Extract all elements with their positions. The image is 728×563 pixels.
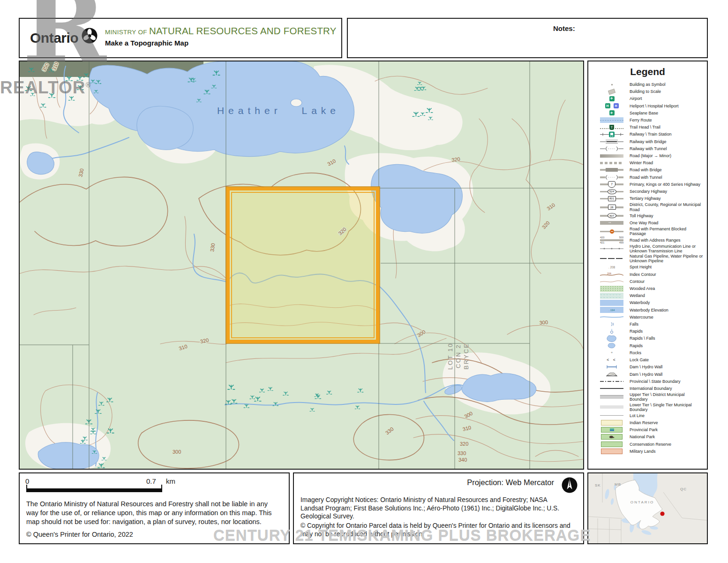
- legend-item-label: Trail Head \ Trail: [630, 125, 704, 129]
- footer-scale-box: 0 0.7 km The Ontario Ministry of Natural…: [19, 472, 290, 544]
- parcel-label-line: LOT 10: [447, 342, 454, 370]
- legend-item: International Boundary: [600, 385, 707, 392]
- legend-item: Wooded Area: [600, 285, 707, 292]
- hydro-legend-icon: [600, 245, 624, 252]
- legend-panel: Legend Building as SymbolBuilding to Sca…: [587, 61, 708, 470]
- topographic-map: 3503103303303103203203103203103203003003…: [20, 61, 583, 469]
- legend-item-label: Indian Reserve: [630, 420, 704, 425]
- legend-item: Military Lands: [600, 448, 707, 455]
- indian-legend-icon: [600, 419, 624, 426]
- legend-item-label: Wooded Area: [630, 286, 704, 291]
- legend-item-label: Primary, Kings or 400 Series Highway: [630, 182, 704, 187]
- dam2-legend-icon: [600, 371, 624, 378]
- spot-legend-icon: . 208: [600, 264, 624, 271]
- legend-item: Railway \ Train Station: [600, 131, 707, 137]
- road_bridge-legend-icon: [600, 167, 624, 173]
- legend-item: Rapids \ Falls: [600, 335, 707, 342]
- ministry-name: NATURAL RESOURCES AND FORESTRY: [149, 25, 337, 36]
- legend-item: Dam \ Hydro Wall: [600, 371, 707, 378]
- contour-elevation-label: 320: [460, 441, 468, 447]
- ontario-brand: Ontario: [30, 30, 98, 46]
- scale-start-label: 0: [25, 477, 29, 485]
- legend-item-label: Road with Address Ranges: [630, 238, 704, 243]
- legend-item-label: Contour: [630, 279, 704, 284]
- prov_park-legend-icon: [600, 426, 624, 433]
- legend-item: Winter Road: [600, 160, 707, 166]
- legend-item-label: Railway with Bridge: [630, 139, 704, 144]
- legend-item: Lot Line: [600, 412, 707, 419]
- legend-item-label: Hydro Line, Communication Line or Unknow…: [630, 244, 704, 253]
- contour-elevation-label: 300: [539, 319, 548, 326]
- legend-item: ✈Seaplane Base: [600, 110, 707, 116]
- legend-item: Contour: [600, 278, 707, 285]
- ministry-prefix: MINISTRY OF: [105, 29, 149, 36]
- legend-item: Indian Reserve: [600, 419, 707, 426]
- topographic-map-export-page: { "header": { "brand": "Ontario", "minis…: [0, 0, 728, 563]
- legend-item-label: Road (Major → Minor): [630, 153, 704, 158]
- legend-item-label: Dam \ Hydro Wall: [630, 372, 704, 377]
- legend-item-label: Conservation Reserve: [630, 442, 704, 447]
- road_mm-legend-icon: [600, 152, 624, 159]
- legend-item: HHHeliport \ Hospital Heliport: [600, 103, 707, 109]
- legend-item: National Park: [600, 434, 707, 440]
- rail_bridge-legend-icon: [600, 138, 624, 145]
- legend-item: TTrail Head \ Trail: [600, 124, 707, 130]
- legend-item-label: District, County, Regional or Municipal …: [630, 202, 704, 212]
- cons_res-legend-icon: [600, 441, 624, 448]
- rail_station-legend-icon: [600, 131, 624, 137]
- legend-item: Upper Tier \ District Municipal Boundary: [600, 392, 707, 402]
- trail-legend-icon: T: [600, 124, 624, 130]
- inset-mb-label: MB: [615, 482, 621, 487]
- legend-item-label: Lock Gate: [630, 358, 704, 362]
- rapids2-legend-icon: [600, 342, 624, 349]
- legend-item-label: Secondary Highway: [630, 189, 704, 194]
- legend-item: Rapids: [600, 342, 707, 349]
- legend-item: Road with Permanent Blocked Passage: [600, 227, 707, 236]
- legend-item-label: Waterbody Elevation: [630, 308, 704, 312]
- legend-item: Provincial \ State Boundary: [600, 378, 707, 385]
- legend-item: 524Secondary Highway: [600, 188, 707, 195]
- parcel-copyright-text: © Copyright for Ontario Parcel data is h…: [300, 522, 577, 538]
- legend-item-label: Winter Road: [630, 160, 704, 165]
- addr-legend-icon: 420500421499: [600, 237, 624, 243]
- legend-item: ✈Airport: [600, 95, 707, 102]
- legend-item: 28District, County, Regional or Municipa…: [600, 202, 707, 212]
- wetland-legend-icon: ⌵⌵⌵⌵⌵⌵⌵⌵⌵⌵⌵⌵⌵⌵: [600, 292, 624, 299]
- parcel-label-line: BRYCE: [463, 342, 470, 369]
- legend-item-label: Rapids \ Falls: [630, 336, 704, 341]
- legend-item: +Rocks: [600, 350, 707, 356]
- wooded-legend-icon: [600, 285, 624, 292]
- legend-item: Railway with Tunnel: [600, 145, 707, 152]
- winter-legend-icon: [600, 160, 624, 166]
- legend-item: . 194Waterbody Elevation: [600, 307, 707, 313]
- legend-item: Road with Bridge: [600, 167, 707, 173]
- inset-ontario-label: O N T A R I O: [630, 500, 653, 504]
- legend-item-label: Railway with Tunnel: [630, 146, 704, 151]
- legend-item-label: Toll Highway: [630, 213, 704, 218]
- legend-item-label: Waterbody: [630, 300, 704, 305]
- legend-item: Road (Major → Minor): [600, 152, 707, 159]
- legend-item-label: National Park: [630, 434, 704, 439]
- lake-name-label: Heather Lake: [217, 105, 340, 116]
- svg-text:206: 206: [607, 272, 611, 275]
- legend-item-label: Wetland: [630, 293, 704, 298]
- legend-item: Falls: [600, 321, 707, 327]
- scale-end-label: 0.7: [146, 477, 156, 485]
- header-brand-box: Ontario MINISTRY OF NATURAL RESOURCES AN…: [19, 18, 342, 58]
- legend-item-label: Building to Scale: [630, 89, 704, 94]
- legend-item-label: Provincial \ State Boundary: [630, 379, 704, 384]
- legend-item: < <Lock Gate: [600, 357, 707, 363]
- legend-item-label: Military Lands: [630, 449, 704, 454]
- legend-item-label: Upper Tier \ District Municipal Boundary: [630, 392, 704, 402]
- legend-item: Ferry Route: [600, 117, 707, 123]
- legend-item-label: Airport: [630, 96, 704, 101]
- hwy_primary-legend-icon: 7: [600, 181, 624, 188]
- intl_bound-legend-icon: [600, 385, 624, 392]
- lock-legend-icon: < <: [600, 357, 624, 363]
- legend-item-label: Rapids: [630, 329, 704, 334]
- hwy_rect-legend-icon: 801: [600, 195, 624, 202]
- legend-item-label: Ferry Route: [630, 118, 704, 122]
- pipeline-legend-icon: [600, 255, 624, 262]
- legend-item: Hydro Line, Communication Line or Unknow…: [600, 244, 707, 253]
- upper_tier-legend-icon: [600, 394, 624, 400]
